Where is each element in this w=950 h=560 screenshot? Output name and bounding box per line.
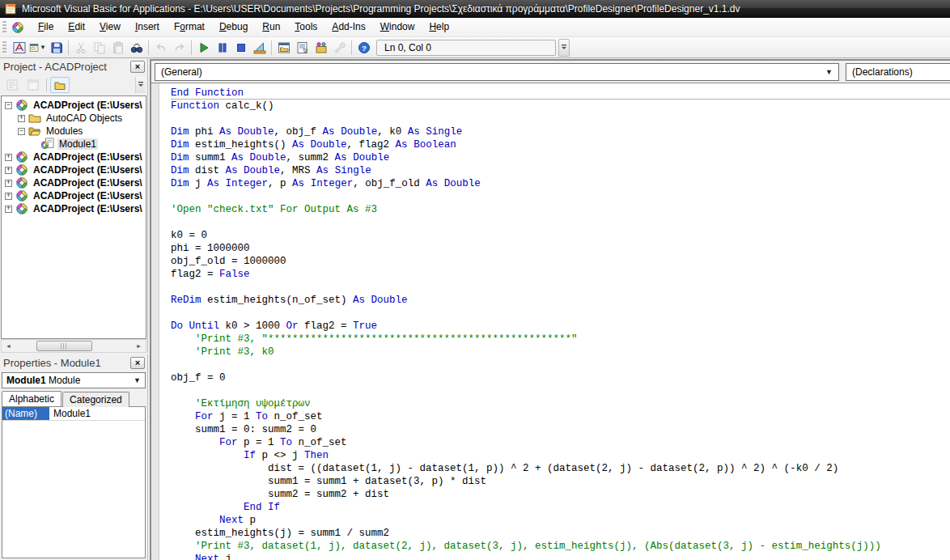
scroll-right-arrow-icon[interactable]: ► (132, 340, 146, 352)
code-line[interactable]: obj_f_old = 1000000 (171, 255, 950, 268)
code-editor[interactable]: End FunctionFunction calc_k() Dim phi As… (151, 83, 950, 560)
menu-file[interactable]: File (31, 18, 61, 36)
code-line[interactable] (171, 112, 950, 125)
code-line[interactable]: flag2 = False (171, 268, 950, 281)
property-value-cell[interactable]: Module1 (49, 407, 145, 420)
code-line[interactable]: 'Print #3, k0 (171, 346, 950, 358)
menubar-grip[interactable] (2, 21, 6, 34)
properties-window-button[interactable] (293, 39, 312, 57)
code-line[interactable]: Dim j As Integer, p As Integer, obj_f_ol… (171, 177, 950, 190)
object-dropdown[interactable]: (General) ▼ (155, 63, 839, 81)
code-line[interactable]: Dim summ1 As Double, summ2 As Double (171, 151, 950, 164)
tree-item-acadproject-e-users[interactable]: −ACADProject (E:\Users\ (2, 99, 146, 112)
tree-item-acadproject-e-users[interactable]: +ACADProject (E:\Users\ (2, 151, 146, 163)
expand-icon[interactable]: + (18, 115, 25, 122)
expand-icon[interactable]: + (5, 180, 12, 187)
menu-tools[interactable]: Tools (287, 18, 324, 36)
properties-panel-close-button[interactable]: × (130, 357, 145, 369)
code-line[interactable]: dist = ((dataset(1, j) - dataset(1, p)) … (171, 462, 950, 475)
tree-item-acadproject-e-users[interactable]: +ACADProject (E:\Users\ (2, 163, 146, 176)
procedure-dropdown[interactable]: (Declarations) (846, 63, 950, 81)
project-tree-hscrollbar[interactable]: ◄ ► (1, 339, 146, 353)
menu-insert[interactable]: Insert (128, 18, 167, 36)
menu-edit[interactable]: Edit (61, 18, 92, 36)
code-line[interactable]: obj_f = 0 (171, 371, 950, 384)
code-line[interactable]: Dim phi As Double, obj_f As Double, k0 A… (171, 125, 950, 138)
code-line[interactable] (171, 216, 950, 229)
code-line[interactable]: 'Print #3, "****************************… (171, 333, 950, 346)
code-line[interactable] (171, 358, 950, 371)
scrollbar-thumb[interactable] (36, 341, 92, 351)
code-line[interactable]: Next p (171, 514, 950, 527)
toolbar-overflow-button[interactable] (558, 39, 570, 57)
design-mode-button[interactable] (250, 39, 269, 57)
run-sub-button[interactable] (194, 39, 213, 57)
code-line[interactable]: summ1 = summ1 + dataset(3, p) * dist (171, 475, 950, 488)
tab-categorized[interactable]: Categorized (62, 392, 129, 407)
scrollbar-track[interactable] (15, 340, 132, 352)
tree-item-module1[interactable]: Module1 (2, 138, 146, 151)
code-line[interactable]: Do Until k0 > 1000 Or flag2 = True (171, 320, 950, 333)
insert-userform-button[interactable]: ▼ (28, 39, 47, 57)
expand-icon[interactable]: + (5, 167, 12, 174)
object-combobox[interactable]: Module1 Module ▼ (2, 372, 146, 388)
break-button[interactable] (213, 39, 231, 57)
tree-item-autocad-objects[interactable]: +AutoCAD Objects (2, 112, 146, 125)
chevron-down-icon[interactable]: ▼ (40, 44, 46, 51)
scroll-left-arrow-icon[interactable]: ◄ (2, 340, 15, 352)
expand-icon[interactable]: + (5, 193, 12, 200)
save-button[interactable] (47, 39, 66, 57)
code-line[interactable]: If p <> j Then (171, 449, 950, 462)
code-line[interactable]: 'Print #3, dataset(1, j), dataset(2, j),… (171, 540, 950, 553)
expand-icon[interactable]: + (5, 154, 12, 161)
reset-button[interactable] (231, 39, 250, 57)
code-line[interactable]: k0 = 0 (171, 229, 950, 242)
code-line[interactable]: Function calc_k() (171, 100, 950, 112)
tab-alphabetic[interactable]: Alphabetic (2, 391, 61, 406)
code-text[interactable]: End FunctionFunction calc_k() Dim phi As… (159, 83, 950, 560)
code-line[interactable]: phi = 1000000 (171, 242, 950, 255)
code-line[interactable]: End If (171, 501, 950, 514)
code-line[interactable]: 'Εκτίμηση υψομέτρων (171, 397, 950, 410)
menu-run[interactable]: Run (255, 18, 287, 36)
code-line[interactable]: ReDim estim_heights(n_of_set) As Double (171, 294, 950, 307)
menu-window[interactable]: Window (373, 18, 422, 36)
code-line[interactable]: For j = 1 To n_of_set (171, 410, 950, 423)
property-row[interactable]: (Name)Module1 (2, 407, 145, 421)
project-panel-titlebar[interactable]: Project - ACADProject × (0, 58, 147, 74)
project-toolbar-overflow-button[interactable] (135, 77, 145, 93)
code-line[interactable]: Next j (171, 553, 950, 560)
menu-addins[interactable]: Add-Ins (324, 18, 372, 36)
code-line[interactable] (171, 307, 950, 320)
project-explorer-button[interactable] (274, 39, 293, 57)
tree-item-acadproject-e-users[interactable]: +ACADProject (E:\Users\ (2, 176, 146, 189)
find-button[interactable] (127, 39, 146, 57)
menu-view[interactable]: View (92, 18, 128, 36)
title-bar[interactable]: Microsoft Visual Basic for Applications … (0, 0, 950, 18)
menu-debug[interactable]: Debug (212, 18, 255, 36)
view-host-app-button[interactable] (10, 39, 28, 57)
code-line[interactable]: For p = 1 To n_of_set (171, 436, 950, 449)
code-line[interactable] (171, 190, 950, 203)
code-line[interactable]: estim_heights(j) = summ1 / summ2 (171, 527, 950, 540)
tree-item-acadproject-e-users[interactable]: +ACADProject (E:\Users\ (2, 202, 146, 215)
collapse-icon[interactable]: − (5, 102, 12, 109)
property-name-cell[interactable]: (Name) (2, 407, 49, 420)
code-line[interactable] (171, 281, 950, 294)
document-window-icon[interactable] (11, 21, 24, 34)
toggle-folders-button[interactable] (50, 77, 70, 93)
code-line[interactable]: summ2 = summ2 + dist (171, 488, 950, 501)
toolbar-grip[interactable] (2, 41, 6, 54)
code-line[interactable]: Dim dist As Double, MRS As Single (171, 164, 950, 177)
code-line[interactable]: End Function (171, 87, 950, 100)
expand-icon[interactable]: + (5, 206, 12, 213)
object-browser-button[interactable] (312, 39, 330, 57)
help-button[interactable]: ? (354, 39, 373, 57)
code-line[interactable]: Dim estim_heights() As Double, flag2 As … (171, 138, 950, 151)
tree-item-acadproject-e-users[interactable]: +ACADProject (E:\Users\ (2, 189, 146, 202)
code-line[interactable]: 'Open "check.txt" For Output As #3 (171, 203, 950, 216)
menu-help[interactable]: Help (422, 18, 456, 36)
menu-format[interactable]: Format (167, 18, 212, 36)
collapse-icon[interactable]: − (18, 128, 25, 135)
code-line[interactable]: summ1 = 0: summ2 = 0 (171, 423, 950, 436)
